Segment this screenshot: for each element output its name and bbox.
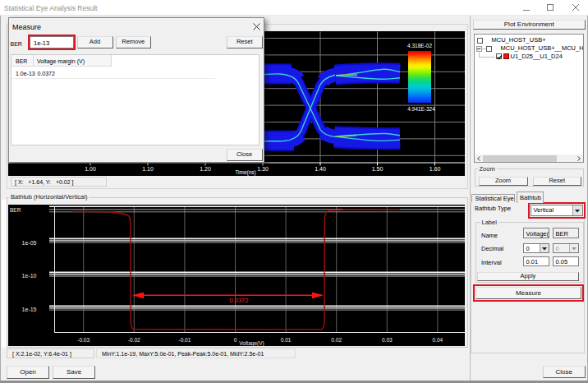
svg-text:0.0372: 0.0372 xyxy=(230,297,249,304)
svg-text:4.941E-324: 4.941E-324 xyxy=(407,106,435,112)
svg-text:1.40: 1.40 xyxy=(315,165,326,171)
svg-text:-0.02: -0.02 xyxy=(128,337,140,343)
svg-text:BER: BER xyxy=(10,207,21,213)
svg-text:0.02: 0.02 xyxy=(331,337,342,343)
svg-text:0.03: 0.03 xyxy=(382,337,393,343)
svg-text:0.04: 0.04 xyxy=(433,337,443,343)
svg-text:1.50: 1.50 xyxy=(372,165,384,171)
svg-text:1.30: 1.30 xyxy=(257,165,269,171)
svg-text:-0.01: -0.01 xyxy=(178,337,191,343)
svg-text:1e-10: 1e-10 xyxy=(22,273,37,279)
svg-text:0.01: 0.01 xyxy=(281,337,292,343)
svg-text:Voltage(V): Voltage(V) xyxy=(239,340,264,346)
svg-text:Time(ns): Time(ns) xyxy=(235,169,255,176)
svg-text:1.60: 1.60 xyxy=(430,165,441,171)
svg-text:4.318E-02: 4.318E-02 xyxy=(407,43,432,48)
svg-text:-0.03: -0.03 xyxy=(77,337,90,343)
svg-text:1e-05: 1e-05 xyxy=(22,240,37,246)
svg-text:0: 0 xyxy=(234,337,237,343)
svg-text:1.10: 1.10 xyxy=(142,165,154,171)
svg-text:1e-15: 1e-15 xyxy=(22,307,37,312)
svg-text:1.20: 1.20 xyxy=(200,165,211,171)
svg-text:1.00: 1.00 xyxy=(85,165,96,171)
